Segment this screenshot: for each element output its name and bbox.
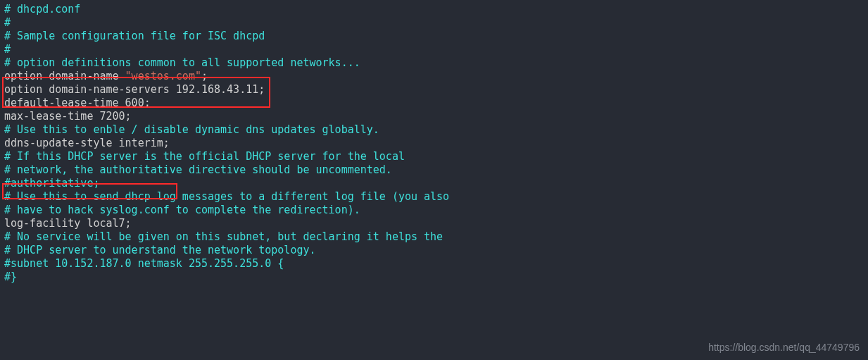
code-text: max-lease-time 7200; — [4, 110, 132, 123]
code-line[interactable]: log-facility local7; — [4, 217, 864, 230]
code-line[interactable]: option domain-name "westos.com"; — [4, 70, 864, 83]
code-line[interactable]: option domain-name-servers 192.168.43.11… — [4, 83, 864, 97]
code-line[interactable]: # network, the authoritative directive s… — [4, 163, 864, 177]
code-text: #subnet 10.152.187.0 netmask 255.255.255… — [4, 257, 284, 270]
code-line[interactable]: #authoritative; — [4, 177, 864, 190]
code-text: # Use this to enble / disable dynamic dn… — [4, 123, 379, 136]
code-text: # No service will be given on this subne… — [4, 230, 443, 243]
code-text: log-facility local7; — [4, 217, 132, 230]
code-segment: "westos.com" — [125, 70, 201, 82]
code-text: # DHCP server to understand the network … — [4, 244, 316, 256]
code-line[interactable]: # have to hack syslog.conf to complete t… — [4, 204, 864, 217]
code-line[interactable]: # option definitions common to all suppo… — [4, 56, 864, 70]
code-text: #} — [4, 271, 17, 283]
code-segment: ; — [201, 70, 208, 82]
code-line[interactable]: ddns-update-style interim; — [4, 137, 864, 150]
code-line[interactable]: # Use this to send dhcp log messages to … — [4, 190, 864, 204]
code-line[interactable]: # Use this to enble / disable dynamic dn… — [4, 123, 864, 137]
code-line[interactable]: default-lease-time 600; — [4, 97, 864, 110]
code-text: # Sample configuration file for ISC dhcp… — [4, 30, 265, 42]
code-line[interactable]: #} — [4, 271, 864, 284]
code-segment: option domain-name — [4, 70, 125, 82]
code-line[interactable]: # No service will be given on this subne… — [4, 230, 864, 244]
code-line[interactable]: max-lease-time 7200; — [4, 110, 864, 123]
code-text: # Use this to send dhcp log messages to … — [4, 190, 449, 203]
code-text: # have to hack syslog.conf to complete t… — [4, 204, 360, 216]
code-line[interactable]: # — [4, 43, 864, 56]
code-line[interactable]: # Sample configuration file for ISC dhcp… — [4, 30, 864, 43]
code-line[interactable]: #subnet 10.152.187.0 netmask 255.255.255… — [4, 257, 864, 271]
code-text: default-lease-time 600; — [4, 97, 151, 109]
code-text: # — [4, 16, 11, 29]
code-line[interactable]: # DHCP server to understand the network … — [4, 244, 864, 257]
code-text: #authoritative; — [4, 177, 99, 190]
code-text: option domain-name-servers 192.168.43.11… — [4, 83, 265, 96]
code-text: # dhcpd.conf — [4, 3, 80, 15]
watermark-text: https://blog.csdn.net/qq_44749796 — [708, 341, 860, 354]
code-text: # If this DHCP server is the official DH… — [4, 150, 405, 163]
code-text: ddns-update-style interim; — [4, 137, 170, 149]
code-line[interactable]: # dhcpd.conf — [4, 3, 864, 16]
code-line[interactable]: # If this DHCP server is the official DH… — [4, 150, 864, 163]
code-text: # — [4, 43, 11, 56]
code-text: # network, the authoritative directive s… — [4, 163, 392, 176]
code-line[interactable]: # — [4, 16, 864, 30]
code-text: # option definitions common to all suppo… — [4, 56, 360, 69]
code-editor-viewport[interactable]: # dhcpd.conf## Sample configuration file… — [0, 0, 868, 287]
